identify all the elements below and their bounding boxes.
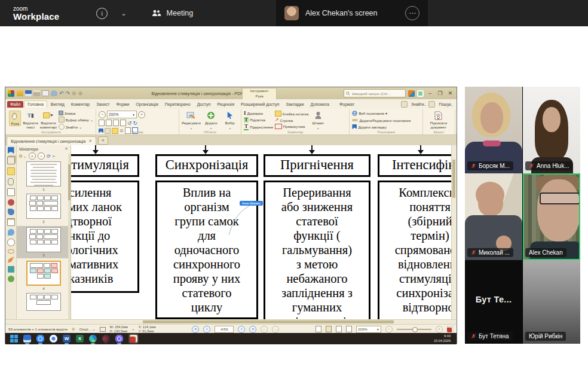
history-panel-icon[interactable]	[7, 239, 15, 246]
pick-object-button[interactable]: Вибір ⌄	[221, 111, 238, 130]
options-gear-icon[interactable]: ⚙⌄	[19, 154, 27, 159]
thumb-zoom-in-icon[interactable]: +	[29, 152, 36, 160]
thumbnails-panel-icon[interactable]	[7, 157, 15, 164]
continuous-icon[interactable]	[120, 120, 126, 126]
zoom-app-icon[interactable]	[36, 335, 44, 343]
select-text-button[interactable]: T▮ Виділити текст	[23, 111, 38, 129]
prev-view-button[interactable]: ←	[261, 326, 268, 333]
menu-convert[interactable]: Перетворено	[162, 101, 194, 108]
participant-tile[interactable]: Anna Hluk...	[523, 87, 580, 173]
calculator-panel-icon[interactable]	[8, 266, 14, 273]
content-panel-icon[interactable]	[7, 218, 15, 226]
layout-icon[interactable]	[417, 90, 424, 97]
word-icon[interactable]: W	[63, 335, 71, 343]
status-zoom-out[interactable]: −	[385, 326, 393, 333]
new-tab-button[interactable]: +	[98, 136, 108, 145]
next-view-icon[interactable]: ⊕	[78, 91, 83, 96]
menu-view[interactable]: Вигляд	[48, 101, 68, 108]
close-button[interactable]: ✕	[446, 91, 454, 96]
find-dropdown-button[interactable]: Знайти ⌄	[59, 124, 93, 130]
single-page-icon[interactable]	[113, 120, 119, 126]
single-page-view-icon[interactable]	[316, 326, 321, 332]
viber-icon[interactable]	[115, 335, 123, 343]
menu-review[interactable]: Рецензія	[214, 101, 237, 108]
status-zoom-select[interactable]: 200%▼	[356, 326, 381, 333]
menu-forms[interactable]: Форми	[114, 101, 133, 108]
participant-tile-active-speaker[interactable]: Alex Chekan	[523, 173, 580, 260]
page-thumbnail-selected[interactable]: 3	[17, 226, 71, 258]
participant-tile[interactable]: Бут Те... Бут Тетяна	[465, 260, 522, 344]
undo-icon[interactable]: ↶	[59, 91, 64, 96]
add-bookmark-button[interactable]: Додати закладку	[352, 124, 411, 129]
pen-tool-icon[interactable]	[8, 256, 14, 263]
cloud-icon[interactable]	[51, 90, 57, 96]
attachments-panel-icon[interactable]	[8, 178, 14, 185]
two-page-view-icon[interactable]	[336, 326, 342, 332]
tab-meeting[interactable]: Meeting	[152, 9, 193, 17]
document-canvas[interactable]: тимуляція осиленняемих ланок ідтворноїун…	[71, 145, 451, 319]
close-panel-icon[interactable]: ✕	[65, 146, 68, 151]
menu-help[interactable]: Допомога	[308, 101, 332, 108]
tab-more-options-button[interactable]: ⋯	[405, 6, 419, 20]
find-button[interactable]: Знайти..	[401, 101, 426, 108]
comments-panel-icon[interactable]	[7, 167, 15, 175]
edit-objects-button[interactable]: Редагувати ⌄	[182, 111, 201, 130]
rotate-page-icon[interactable]: ⟳	[47, 154, 51, 159]
menu-protect[interactable]: Захист	[93, 101, 112, 108]
start-button[interactable]	[10, 335, 18, 343]
zoom-slider[interactable]	[397, 329, 431, 330]
last-page-button[interactable]: »	[249, 326, 256, 333]
menu-home[interactable]: Головна	[24, 100, 47, 108]
next-view-button[interactable]: →	[272, 326, 279, 333]
tab-shared-screen[interactable]: Alex Chekan's screen ⋯	[276, 0, 428, 26]
prev-view-icon[interactable]: ⊛	[72, 91, 76, 96]
menu-bookmarks[interactable]: Закладки	[283, 101, 307, 108]
search-button[interactable]: Пошук..	[428, 101, 453, 108]
chrome-icon[interactable]	[50, 335, 57, 343]
panel-scrollbar[interactable]	[68, 154, 71, 319]
restore-button[interactable]: ❐	[436, 91, 444, 96]
chevron-down-icon[interactable]: ⌄	[121, 10, 126, 17]
theme-icon[interactable]	[408, 90, 415, 97]
add-edit-link-button[interactable]: Додати/Редагувати посилання	[352, 118, 411, 123]
print-icon[interactable]	[33, 90, 40, 96]
destinations-panel-icon[interactable]	[8, 229, 14, 236]
fit-page-icon[interactable]	[99, 120, 105, 126]
participant-tile[interactable]: Борсяк М...	[465, 87, 522, 173]
signatures-panel-icon[interactable]	[8, 199, 14, 206]
excel-icon[interactable]: X	[76, 335, 84, 343]
snapshot-button[interactable]: Знімок	[59, 111, 93, 115]
rotate-right-icon[interactable]: ↻	[133, 120, 138, 126]
stamp-button[interactable]: Штамп ⌄	[310, 111, 326, 130]
sticky-note-button[interactable]: Клейка нотатка	[275, 111, 308, 117]
fields-panel-icon[interactable]	[7, 188, 15, 196]
zoom-out-icon[interactable]: −	[99, 111, 106, 118]
underline-button[interactable]: TПідкреслення	[244, 124, 273, 130]
quick-launch-search[interactable]: Швидкий запуск (Ctrl...	[344, 89, 406, 97]
save-icon[interactable]	[25, 90, 32, 96]
sign-document-button[interactable]: Підписати документ	[425, 111, 452, 129]
document-vertical-scrollbar[interactable]	[451, 145, 457, 319]
drop-app-icon[interactable]	[100, 333, 111, 344]
more-icon[interactable]: »	[53, 154, 55, 159]
active-app-slot[interactable]	[128, 334, 139, 344]
open-folder-icon[interactable]	[17, 90, 23, 96]
page-thumbnail[interactable]: 2	[17, 194, 71, 224]
file-manager-icon[interactable]	[23, 335, 31, 343]
page-thumbnail-current[interactable]: 4	[17, 261, 71, 291]
menu-comment[interactable]: Коментар	[68, 101, 93, 108]
zoom-level-select[interactable]: 200%▼	[107, 111, 137, 118]
first-page-button[interactable]: «	[192, 326, 199, 333]
hand-tool-button[interactable]: Рука	[9, 111, 21, 126]
scroll-view-icon[interactable]	[346, 326, 352, 332]
participant-tile[interactable]: Юрій Рибкін	[523, 260, 580, 344]
zoom-in-icon[interactable]: +	[138, 111, 145, 118]
participant-tile[interactable]: Миколай ...	[465, 173, 522, 260]
refresh-panel-icon[interactable]	[8, 276, 14, 282]
close-tab-icon[interactable]: ✕	[88, 139, 92, 143]
rectangle-button[interactable]: Прямокутник	[275, 124, 308, 129]
edge-icon[interactable]	[89, 335, 97, 343]
links-panel-icon[interactable]	[8, 249, 14, 253]
page-thumbnail[interactable]	[17, 293, 71, 311]
menu-format[interactable]: Формат	[336, 101, 357, 108]
